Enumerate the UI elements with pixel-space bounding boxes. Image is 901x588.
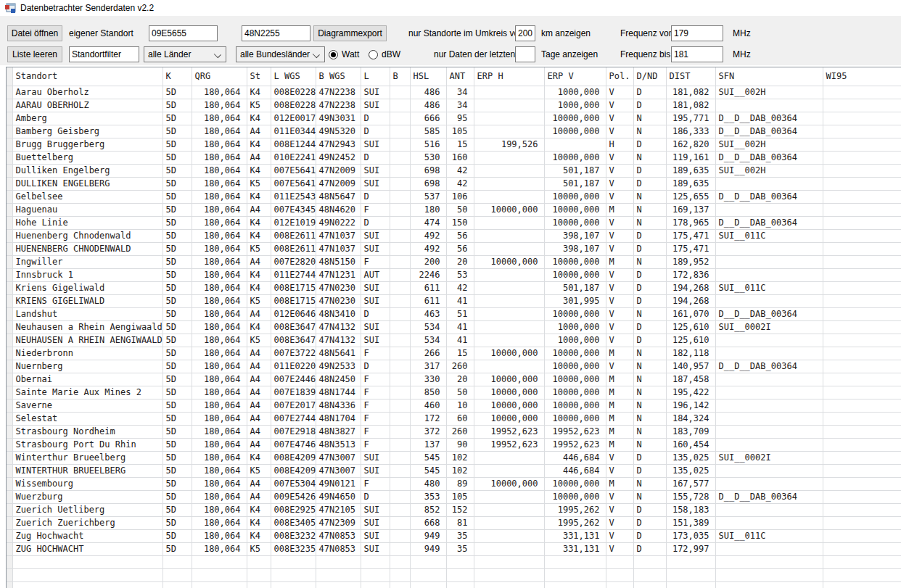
table-cell[interactable]: V	[606, 178, 633, 191]
table-cell[interactable]: 49N2533	[316, 360, 361, 373]
table-cell[interactable]: 135,025	[666, 452, 715, 465]
column-header[interactable]: B	[390, 67, 410, 86]
table-cell[interactable]: 180,064	[192, 347, 247, 360]
table-cell[interactable]	[390, 465, 410, 478]
table-cell[interactable]: 010E2241	[271, 152, 316, 165]
table-cell[interactable]	[361, 556, 390, 569]
table-cell[interactable]: 011E0344	[271, 125, 316, 138]
table-cell[interactable]: D	[361, 360, 390, 373]
table-cell[interactable]	[823, 491, 901, 504]
table-cell[interactable]: 301,995	[544, 295, 606, 308]
table-cell[interactable]: M	[606, 347, 633, 360]
table-cell[interactable]: 5D	[162, 360, 192, 373]
diagram-export-button[interactable]: Diagrammexport	[313, 25, 387, 41]
table-cell[interactable]: A4	[247, 373, 271, 386]
table-cell[interactable]: 5D	[162, 478, 192, 491]
table-cell[interactable]: 331,131	[544, 530, 606, 543]
table-cell[interactable]: AUT	[361, 269, 390, 282]
table-cell[interactable]: 102	[446, 452, 474, 465]
table-cell[interactable]: 260	[446, 360, 474, 373]
table-cell[interactable]: 180,064	[192, 191, 247, 204]
table-cell[interactable]: 1000,000	[544, 334, 606, 347]
table-cell[interactable]: V	[606, 504, 633, 517]
table-cell[interactable]: 372	[410, 426, 446, 439]
table-cell[interactable]: N	[633, 308, 666, 321]
table-cell[interactable]: K4	[247, 86, 271, 99]
table-cell[interactable]: 180,064	[192, 334, 247, 347]
table-cell[interactable]: Innsbruck 1	[12, 269, 162, 282]
table-cell[interactable]: 5D	[162, 191, 192, 204]
table-row[interactable]: Wissembourg5D180,064A4007E530449N0121F48…	[7, 478, 901, 491]
table-cell[interactable]	[474, 504, 544, 517]
table-cell[interactable]: 172	[410, 413, 446, 426]
table-cell[interactable]: D	[361, 125, 390, 138]
table-cell[interactable]: V	[606, 191, 633, 204]
column-header[interactable]: K	[162, 67, 192, 86]
table-cell[interactable]: D__D__DAB_00364	[715, 191, 823, 204]
table-cell[interactable]	[390, 217, 410, 230]
table-cell[interactable]: 51	[446, 308, 474, 321]
table-row[interactable]: Aarau Oberholz5D180,064K4008E022847N2238…	[7, 86, 901, 99]
table-cell[interactable]: 48N5150	[316, 256, 361, 269]
table-row[interactable]: Amberg5D180,064K4012E001749N3031D6669510…	[7, 112, 901, 125]
table-cell[interactable]: V	[606, 452, 633, 465]
table-cell[interactable]: 10000,000	[544, 347, 606, 360]
column-header[interactable]: St	[247, 67, 271, 86]
table-cell[interactable]	[666, 582, 715, 588]
table-cell[interactable]: K5	[247, 295, 271, 308]
row-selector[interactable]	[7, 439, 12, 452]
table-cell[interactable]	[474, 99, 544, 112]
table-cell[interactable]: 181,082	[666, 86, 715, 99]
table-cell[interactable]: M	[606, 386, 633, 399]
table-row[interactable]: WINTERTHUR BRUEELBERG5D180,064K5008E4209…	[7, 465, 901, 478]
table-cell[interactable]: F	[361, 373, 390, 386]
table-cell[interactable]: Winterthur Brueelberg	[12, 452, 162, 465]
table-cell[interactable]: 47N2309	[316, 517, 361, 530]
table-cell[interactable]: Huenenberg Chnodenwald	[12, 230, 162, 243]
table-cell[interactable]: 008E0228	[271, 99, 316, 112]
table-cell[interactable]	[390, 491, 410, 504]
table-cell[interactable]: 007E2820	[271, 256, 316, 269]
table-cell[interactable]	[715, 295, 823, 308]
table-cell[interactable]	[823, 256, 901, 269]
table-cell[interactable]	[606, 582, 633, 588]
row-selector[interactable]	[7, 217, 12, 230]
table-cell[interactable]: 10000,000	[474, 386, 544, 399]
table-cell[interactable]	[474, 112, 544, 125]
table-cell[interactable]: 007E5641	[271, 165, 316, 178]
table-cell[interactable]: 007E2017	[271, 399, 316, 413]
table-cell[interactable]: WINTERTHUR BRUEELBERG	[12, 465, 162, 478]
table-cell[interactable]: 181,082	[666, 99, 715, 112]
table-cell[interactable]: 501,187	[544, 165, 606, 178]
table-cell[interactable]	[446, 569, 474, 582]
table-cell[interactable]	[823, 165, 901, 178]
table-cell[interactable]	[474, 582, 544, 588]
row-selector[interactable]	[7, 582, 12, 588]
table-cell[interactable]: SUI	[361, 321, 390, 334]
table-cell[interactable]: 008E2611	[271, 230, 316, 243]
table-cell[interactable]: M	[606, 399, 633, 413]
table-cell[interactable]: 446,684	[544, 452, 606, 465]
table-cell[interactable]: 42	[446, 178, 474, 191]
table-cell[interactable]: Brugg Bruggerberg	[12, 138, 162, 152]
table-cell[interactable]	[715, 413, 823, 426]
row-selector[interactable]	[7, 373, 12, 386]
table-cell[interactable]	[162, 569, 192, 582]
table-cell[interactable]: D	[633, 504, 666, 517]
table-cell[interactable]: D__D__DAB_00364	[715, 308, 823, 321]
table-cell[interactable]	[823, 125, 901, 138]
table-cell[interactable]: D	[633, 452, 666, 465]
table-cell[interactable]: K4	[247, 230, 271, 243]
table-row[interactable]: Kriens Gigeliwald5D180,064K4008E171547N0…	[7, 282, 901, 295]
row-selector[interactable]	[7, 478, 12, 491]
table-cell[interactable]	[474, 165, 544, 178]
table-cell[interactable]	[162, 556, 192, 569]
table-cell[interactable]: 49N2452	[316, 152, 361, 165]
table-cell[interactable]: 140,957	[666, 360, 715, 373]
table-cell[interactable]	[390, 360, 410, 373]
table-cell[interactable]: 5D	[162, 99, 192, 112]
table-cell[interactable]: D	[633, 295, 666, 308]
table-cell[interactable]	[823, 269, 901, 282]
row-selector[interactable]	[7, 321, 12, 334]
table-cell[interactable]: SUI	[361, 334, 390, 347]
